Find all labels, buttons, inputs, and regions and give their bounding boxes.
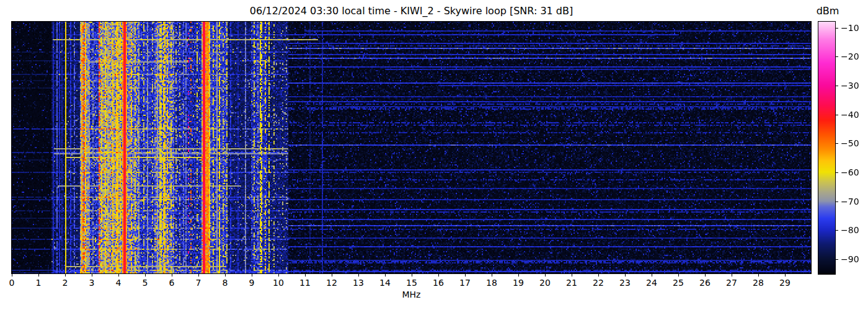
x-tick-mark: [145, 273, 146, 277]
x-tick-label: 27: [726, 278, 737, 288]
x-tick-mark: [465, 273, 466, 277]
x-tick-label: 13: [353, 278, 364, 288]
x-tick-label: 2: [63, 278, 68, 288]
x-tick-label: 5: [143, 278, 148, 288]
x-tick-mark: [225, 273, 226, 277]
x-tick-label: 8: [223, 278, 228, 288]
x-tick-mark: [518, 273, 519, 277]
x-tick-mark: [625, 273, 626, 277]
colorbar-tick-label: −70: [841, 196, 859, 207]
x-tick-label: 4: [116, 278, 122, 288]
x-tick-mark: [492, 273, 492, 277]
x-tick-label: 29: [779, 278, 790, 288]
plot-title: 06/12/2024 03:30 local time - KIWI_2 - S…: [12, 5, 811, 17]
x-tick-mark: [198, 273, 199, 277]
x-tick-mark: [412, 273, 412, 277]
x-tick-label: 28: [753, 278, 764, 288]
x-tick-label: 3: [89, 278, 95, 288]
x-tick-mark: [572, 273, 572, 277]
x-tick-label: 10: [273, 278, 284, 288]
x-tick-mark: [785, 273, 786, 277]
x-tick-label: 0: [9, 278, 15, 288]
x-tick-label: 20: [539, 278, 551, 288]
x-tick-mark: [598, 273, 599, 277]
colorbar-tick-mark: [836, 259, 838, 260]
colorbar-tick-mark: [836, 86, 838, 86]
x-tick-label: 7: [196, 278, 202, 288]
x-tick-label: 12: [326, 278, 337, 288]
x-tick-label: 24: [646, 278, 657, 288]
plot-area: [11, 21, 812, 274]
colorbar-tick-mark: [836, 230, 838, 231]
x-tick-mark: [278, 273, 279, 277]
x-tick-mark: [332, 273, 332, 277]
x-tick-mark: [358, 273, 359, 277]
x-tick-mark: [118, 273, 119, 277]
x-tick-mark: [678, 273, 679, 277]
x-tick-label: 15: [406, 278, 417, 288]
colorbar-gradient-canvas: [818, 22, 835, 274]
x-tick-label: 11: [299, 278, 311, 288]
spectrogram-figure: 06/12/2024 03:30 local time - KIWI_2 - S…: [0, 0, 868, 310]
colorbar-tick-mark: [836, 172, 838, 173]
x-tick-mark: [252, 273, 252, 277]
x-tick-mark: [172, 273, 172, 277]
colorbar-tick-mark: [836, 115, 838, 115]
colorbar-tick-mark: [836, 202, 838, 202]
x-axis-label: MHz: [12, 290, 811, 299]
x-tick-mark: [385, 273, 386, 277]
x-tick-mark: [65, 273, 66, 277]
x-tick-mark: [652, 273, 652, 277]
x-tick-label: 25: [673, 278, 684, 288]
x-tick-mark: [705, 273, 706, 277]
x-tick-label: 6: [169, 278, 175, 288]
colorbar-tick-label: −30: [841, 80, 859, 91]
x-tick-mark: [438, 273, 439, 277]
x-tick-mark: [545, 273, 546, 277]
x-tick-label: 22: [593, 278, 604, 288]
colorbar-tick-label: −80: [841, 224, 859, 236]
x-tick-label: 21: [566, 278, 577, 288]
x-tick-mark: [92, 273, 92, 277]
colorbar: [818, 21, 836, 275]
colorbar-tick-label: −90: [841, 254, 859, 265]
x-tick-mark: [38, 273, 39, 277]
spectrogram-canvas: [12, 22, 811, 273]
colorbar-tick-mark: [836, 143, 838, 144]
colorbar-tick-label: −20: [841, 51, 859, 62]
x-tick-label: 1: [36, 278, 42, 288]
colorbar-tick-label: −50: [841, 138, 859, 149]
x-tick-label: 26: [699, 278, 711, 288]
x-tick-label: 9: [249, 278, 255, 288]
x-tick-mark: [305, 273, 306, 277]
colorbar-tick-mark: [836, 56, 838, 57]
x-tick-mark: [758, 273, 759, 277]
x-tick-label: 18: [486, 278, 497, 288]
x-tick-label: 19: [513, 278, 524, 288]
colorbar-tick-mark: [836, 28, 838, 29]
colorbar-tick-label: −10: [841, 22, 859, 33]
x-tick-label: 16: [433, 278, 444, 288]
colorbar-tick-label: −40: [841, 109, 859, 120]
x-tick-mark: [12, 273, 12, 277]
x-tick-label: 14: [379, 278, 391, 288]
x-tick-label: 17: [459, 278, 471, 288]
colorbar-unit-label: dBm: [810, 5, 845, 17]
colorbar-tick-label: −60: [841, 167, 859, 178]
x-tick-label: 23: [619, 278, 631, 288]
x-tick-mark: [732, 273, 732, 277]
